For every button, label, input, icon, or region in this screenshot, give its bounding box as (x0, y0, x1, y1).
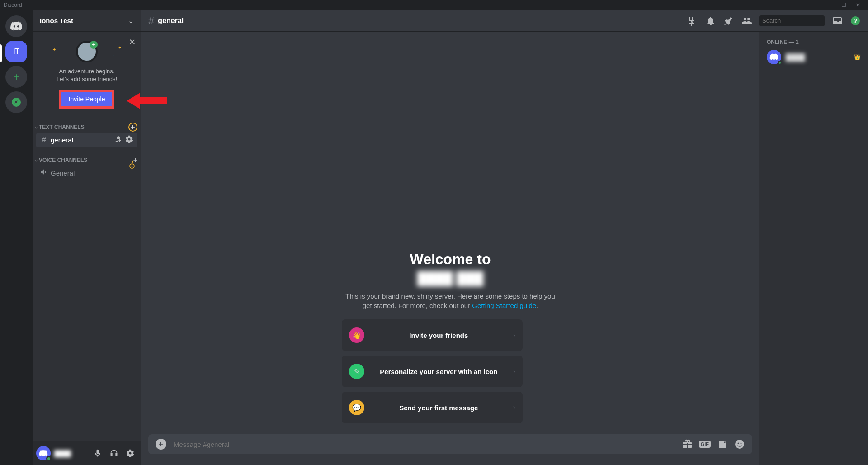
hint-exclamation-icon (127, 160, 137, 169)
member-list-button[interactable] (741, 15, 752, 26)
chevron-down-icon: ⌄ (128, 16, 134, 25)
message-scroll[interactable]: Welcome to ████ ███ This is your brand n… (141, 32, 760, 434)
discord-icon (769, 52, 778, 62)
create-channel-button[interactable]: + (128, 123, 137, 132)
plus-badge-icon: + (90, 41, 98, 49)
chevron-right-icon: › (513, 403, 515, 412)
chat-toolbar: ? (687, 15, 861, 26)
invite-button-highlight: Invite People (59, 90, 115, 109)
svg-point-4 (735, 440, 744, 449)
server-name: Ionos Test (40, 17, 73, 24)
deafen-button[interactable] (107, 446, 121, 460)
chevron-down-icon: ⌄ (34, 124, 38, 129)
hash-icon: # (148, 14, 154, 27)
threads-button[interactable] (687, 15, 698, 26)
app-name: Discord (4, 2, 22, 8)
welcome-server-name: ████ ███ (417, 271, 484, 286)
sparkle-icon: · (58, 54, 59, 59)
user-avatar[interactable] (36, 446, 51, 460)
welcome-block: Welcome to ████ ███ This is your brand n… (342, 251, 559, 423)
user-settings-button[interactable] (123, 446, 137, 460)
sticker-button[interactable] (717, 439, 728, 450)
user-controls (90, 446, 137, 460)
welcome-card-first-message[interactable]: 💬 Send your first message › (342, 392, 523, 423)
emoji-button[interactable] (734, 439, 745, 450)
chat-messages: Welcome to ████ ███ This is your brand n… (141, 32, 760, 465)
server-ionos-test[interactable]: IT (5, 41, 27, 62)
personalize-icon: ✎ (349, 364, 364, 379)
chevron-down-icon: ⌄ (34, 157, 38, 162)
main: # general ? Welcome to ██ (141, 10, 868, 465)
chevron-right-icon: › (513, 331, 515, 339)
speaker-icon (40, 167, 48, 179)
sparkle-icon: · (113, 52, 114, 57)
channel-general[interactable]: # general (36, 133, 137, 147)
first-message-icon: 💬 (349, 400, 364, 415)
svg-point-5 (738, 443, 739, 444)
voice-channel-general[interactable]: General (36, 166, 137, 180)
welcome-cards: 👋 Invite your friends › ✎ Personalize yo… (342, 319, 523, 423)
members-list: ONLINE — 1 ████ 👑 (760, 32, 868, 465)
members-group-label: ONLINE — 1 (763, 39, 864, 45)
username[interactable]: ████ (54, 450, 87, 457)
category-voice-channels[interactable]: ⌄ VOICE CHANNELS + (33, 155, 141, 166)
invite-friends-icon: 👋 (349, 327, 364, 343)
status-online-icon (46, 456, 52, 461)
welcome-title: Welcome to (342, 251, 559, 268)
create-invite-icon[interactable] (114, 135, 123, 145)
welcome-description: This is your brand new, shiny server. He… (342, 291, 559, 310)
close-button[interactable]: ✕ (852, 2, 864, 8)
edit-channel-icon[interactable] (125, 135, 134, 145)
chat-header: # general ? (141, 10, 868, 32)
svg-text:?: ? (854, 17, 858, 24)
chevron-right-icon: › (513, 367, 515, 375)
welcome-card-personalize[interactable]: ✎ Personalize your server with an icon › (342, 356, 523, 387)
sparkle-icon: ✦ (52, 47, 56, 52)
message-input[interactable]: + GIF (148, 434, 752, 454)
pinned-messages-button[interactable] (723, 15, 734, 26)
message-input-wrap: + GIF (141, 434, 760, 465)
add-server-button[interactable]: + (5, 66, 27, 88)
mute-button[interactable] (90, 446, 105, 460)
channel-sidebar: Ionos Test ⌄ ✕ ✦ · + · + An adventure be… (33, 10, 141, 465)
channel-list: ⌄ TEXT CHANNELS + # general ⌄ VOICE CHAN… (33, 116, 141, 441)
search-box[interactable] (760, 15, 825, 26)
invite-avatar: + (76, 41, 98, 62)
crown-icon: 👑 (854, 54, 861, 60)
welcome-card-invite-friends[interactable]: 👋 Invite your friends › (342, 319, 523, 351)
svg-point-1 (131, 165, 132, 166)
message-textbox[interactable] (174, 441, 675, 448)
invite-card: ✕ ✦ · + · + An adventure begins.Let's ad… (33, 32, 141, 116)
inbox-button[interactable] (832, 15, 843, 26)
home-button[interactable] (5, 15, 27, 37)
server-rail: IT + (0, 10, 33, 465)
explore-servers-button[interactable] (5, 91, 27, 113)
category-text-channels[interactable]: ⌄ TEXT CHANNELS + (33, 122, 141, 133)
invite-people-button[interactable]: Invite People (61, 92, 113, 106)
hash-icon: # (40, 135, 48, 145)
maximize-button[interactable]: ☐ (837, 2, 850, 8)
member-row[interactable]: ████ 👑 (763, 48, 864, 66)
minimize-button[interactable]: — (823, 2, 835, 8)
message-actions: GIF (682, 439, 745, 450)
member-avatar (767, 50, 781, 64)
getting-started-link[interactable]: Getting Started guide (472, 302, 536, 309)
help-button[interactable]: ? (850, 15, 861, 26)
compass-icon (11, 97, 22, 108)
server-selected-indicator (0, 44, 2, 62)
search-input[interactable] (762, 17, 838, 24)
titlebar: Discord — ☐ ✕ (0, 0, 868, 10)
window-controls: — ☐ ✕ (823, 2, 864, 8)
gift-button[interactable] (682, 439, 693, 450)
invite-text: An adventure begins.Let's add some frien… (40, 68, 134, 83)
gif-button[interactable]: GIF (699, 439, 711, 450)
member-name: ████ (786, 53, 849, 61)
user-panel: ████ (33, 441, 141, 465)
sparkle-icon: + (118, 45, 121, 50)
notifications-button[interactable] (705, 15, 716, 26)
status-online-icon (778, 61, 782, 65)
server-header[interactable]: Ionos Test ⌄ (33, 10, 141, 32)
chat-body: Welcome to ████ ███ This is your brand n… (141, 32, 868, 465)
svg-point-6 (741, 443, 742, 444)
attach-button[interactable]: + (156, 439, 166, 450)
